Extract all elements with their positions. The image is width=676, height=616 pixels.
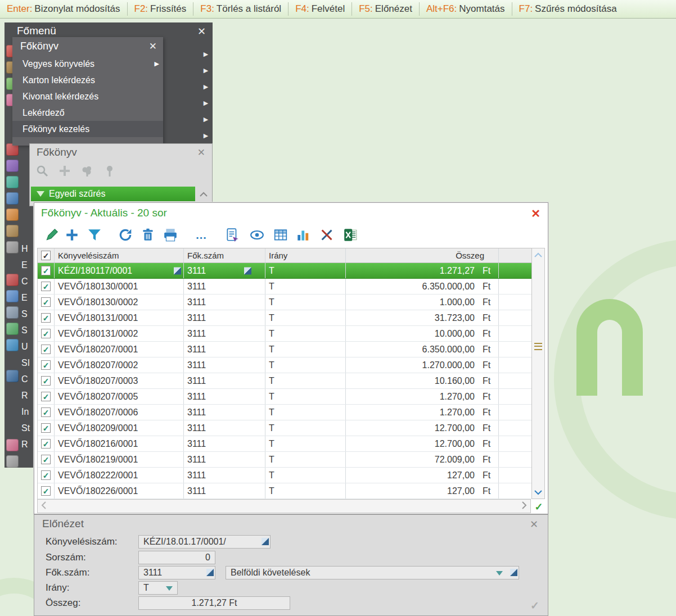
menu-item-fragment[interactable]: E — [21, 289, 30, 306]
tools-icon[interactable] — [318, 227, 335, 243]
account-input[interactable]: 3111 — [138, 566, 215, 579]
row-checkbox[interactable] — [41, 297, 51, 307]
submenu-arrow-icon[interactable]: ▶ — [201, 95, 210, 111]
app-icon[interactable] — [6, 209, 19, 221]
row-checkbox[interactable] — [41, 439, 51, 449]
dropdown-arrow-icon[interactable] — [166, 586, 173, 591]
cell-marker-icon[interactable] — [244, 267, 251, 274]
table-row[interactable]: VEVŐ/180209/0001 3111 T 12.700,00 Ft — [38, 420, 531, 436]
table-row[interactable]: VEVŐ/180207/0003 3111 T 10.160,00 Ft — [38, 373, 531, 389]
app-icon[interactable] — [6, 439, 19, 451]
row-checkbox[interactable] — [41, 329, 51, 338]
hotkey-item[interactable]: Enter: Bizonylat módosítás — [0, 2, 128, 16]
confirm-check-icon[interactable]: ✓ — [531, 500, 546, 514]
row-checkbox[interactable] — [41, 423, 51, 433]
table-row[interactable]: VEVŐ/180130/0002 3111 T 1.000,00 Ft — [38, 295, 531, 310]
tree-icon[interactable] — [79, 163, 95, 179]
submenu-arrow-icon[interactable]: ▶ — [201, 128, 210, 144]
pin-icon[interactable] — [102, 163, 118, 179]
scroll-left-icon[interactable] — [41, 501, 46, 511]
submenu-item[interactable]: Kivonat lekérdezés — [12, 88, 163, 105]
hotkey-item[interactable]: F7: Szűrés módosítása — [512, 2, 624, 16]
app-icon[interactable] — [6, 225, 19, 237]
print-icon[interactable] — [162, 227, 179, 243]
cell-marker-icon[interactable] — [510, 569, 517, 576]
app-icon[interactable] — [6, 241, 19, 253]
hotkey-item[interactable]: F4: Felvétel — [289, 2, 352, 16]
menu-item-fragment[interactable]: H — [21, 241, 30, 257]
table-row[interactable]: VEVŐ/180222/0001 3111 T 127,00 Ft — [38, 468, 531, 483]
cell-marker-icon[interactable] — [206, 569, 214, 576]
add-icon[interactable] — [57, 163, 73, 179]
app-icon[interactable] — [6, 192, 19, 205]
row-checkbox[interactable] — [41, 345, 51, 354]
app-icon[interactable] — [6, 290, 19, 302]
table-row[interactable]: VEVŐ/180219/0001 3111 T 72.009,00 Ft — [38, 452, 531, 468]
scroll-down-icon[interactable] — [532, 486, 544, 499]
table-row[interactable]: VEVŐ/180207/0006 3111 T 1.270,00 Ft — [38, 405, 531, 420]
hotkey-item[interactable]: F5: Előnézet — [352, 2, 420, 16]
menu-item-fragment[interactable]: U — [21, 338, 30, 355]
amount-input[interactable]: 1.271,27 Ft — [138, 596, 290, 610]
row-checkbox[interactable] — [41, 407, 51, 417]
menu-item-fragment[interactable]: R — [21, 387, 30, 404]
column-header-booking[interactable]: Könyvelésiszám — [55, 248, 184, 262]
submenu-item[interactable]: Lekérdező — [12, 105, 163, 121]
direction-combobox[interactable]: T — [138, 581, 178, 595]
close-icon[interactable]: ✕ — [149, 42, 157, 51]
cell-marker-icon[interactable] — [262, 538, 269, 545]
row-checkbox[interactable] — [41, 392, 51, 401]
scroll-right-icon[interactable] — [522, 501, 527, 511]
report-icon[interactable] — [224, 227, 241, 243]
account-name-combobox[interactable]: Belföldi követelések — [226, 566, 519, 579]
app-icon[interactable] — [6, 339, 19, 351]
close-icon[interactable]: ✕ — [197, 148, 205, 157]
app-icon[interactable] — [6, 274, 19, 286]
table-row[interactable]: VEVŐ/180131/0002 3111 T 10.000,00 Ft — [38, 326, 531, 342]
close-icon[interactable]: ✕ — [531, 208, 540, 219]
hotkey-item[interactable]: F3: Törlés a listáról — [193, 2, 289, 16]
menu-item-fragment[interactable]: S — [21, 306, 30, 322]
chart-icon[interactable] — [295, 227, 312, 243]
filter-icon[interactable] — [86, 227, 103, 243]
submenu-arrow-icon[interactable]: ▶ — [201, 79, 210, 95]
excel-icon[interactable] — [342, 227, 359, 243]
app-icon[interactable] — [6, 455, 19, 468]
scroll-up-icon[interactable] — [532, 248, 544, 261]
table-row[interactable]: VEVŐ/180207/0001 3111 T 6.350.000,00 Ft — [38, 342, 531, 357]
table-row[interactable]: KÉZI/180117/0001 3111 T 1.271,27 Ft — [38, 263, 531, 279]
submenu-arrow-icon[interactable]: ▶ — [201, 46, 210, 62]
table-row[interactable]: VEVŐ/180207/0005 3111 T 1.270,00 Ft — [38, 389, 531, 405]
table-row[interactable]: VEVŐ/180207/0002 3111 T 1.270.000,00 Ft — [38, 357, 531, 373]
menu-item-fragment[interactable]: C — [21, 273, 30, 289]
app-icon[interactable] — [6, 323, 19, 335]
row-checkbox[interactable] — [41, 266, 51, 275]
column-header-account[interactable]: Fők.szám — [184, 248, 265, 262]
column-header-amount[interactable]: Összeg — [346, 248, 499, 262]
delete-icon[interactable] — [139, 227, 156, 243]
row-checkbox[interactable] — [41, 376, 51, 386]
submenu-item[interactable]: Főkönyv kezelés — [12, 121, 163, 137]
scrollbar-grip-icon[interactable] — [534, 343, 542, 350]
app-icon[interactable] — [6, 176, 19, 188]
edit-icon[interactable] — [43, 227, 60, 243]
view-icon[interactable] — [249, 227, 265, 243]
menu-item-fragment[interactable]: E — [21, 257, 30, 273]
row-checkbox[interactable] — [41, 455, 51, 464]
row-checkbox[interactable] — [41, 282, 51, 291]
app-icon[interactable] — [6, 160, 19, 172]
collapse-chevron-icon[interactable] — [200, 189, 208, 199]
row-checkbox[interactable] — [41, 360, 51, 370]
custom-filter-bar[interactable]: Egyedi szűrés — [31, 187, 195, 201]
submenu-item[interactable]: Karton lekérdezés — [12, 72, 163, 88]
hotkey-item[interactable]: F2: Frissítés — [128, 2, 194, 16]
more-icon[interactable]: ... — [193, 227, 210, 243]
menu-item-fragment[interactable]: R — [21, 436, 30, 452]
hotkey-item[interactable]: Alt+F6: Nyomtatás — [420, 2, 512, 16]
table-row[interactable]: VEVŐ/180131/0001 3111 T 31.723,00 Ft — [38, 310, 531, 326]
add-icon[interactable] — [64, 227, 80, 243]
submenu-item[interactable]: Vegyes könyvelés ▶ — [12, 56, 163, 72]
row-checkbox[interactable] — [41, 470, 51, 480]
horizontal-scrollbar[interactable] — [37, 499, 531, 513]
table-row[interactable]: VEVŐ/180130/0001 3111 T 6.350.000,00 Ft — [38, 279, 531, 295]
